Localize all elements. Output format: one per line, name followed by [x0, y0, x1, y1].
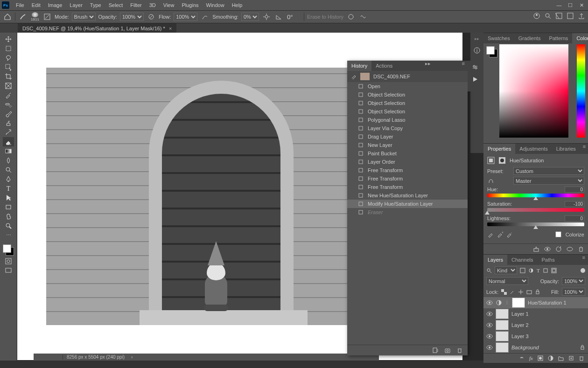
- layer-name[interactable]: Layer 1: [511, 311, 585, 317]
- symmetry-icon[interactable]: [358, 12, 368, 21]
- pen-tool[interactable]: [3, 174, 14, 184]
- foreground-background-colors[interactable]: [2, 243, 15, 257]
- crop-tool[interactable]: [3, 72, 14, 81]
- object-select-tool[interactable]: [3, 62, 14, 72]
- layer-row[interactable]: Background: [483, 342, 588, 353]
- home-icon[interactable]: [3, 12, 12, 21]
- reset-icon[interactable]: [555, 246, 562, 252]
- tab-properties[interactable]: Properties: [483, 144, 515, 154]
- brush-tool[interactable]: [3, 109, 14, 118]
- saturation-slider[interactable]: [487, 208, 584, 212]
- opacity-select[interactable]: 100%: [120, 13, 144, 21]
- history-state[interactable]: Free Transform: [347, 166, 468, 174]
- window-minimize-button[interactable]: —: [554, 2, 564, 8]
- angle-input[interactable]: [286, 13, 301, 21]
- visibility-toggle-icon[interactable]: [486, 344, 493, 351]
- panel-menu-icon[interactable]: ≡: [459, 61, 468, 71]
- menu-layer[interactable]: Layer: [66, 2, 86, 8]
- adjustment-layer-icon[interactable]: [548, 355, 553, 361]
- history-state[interactable]: Free Transform: [347, 174, 468, 183]
- arrange-documents-icon[interactable]: [555, 12, 563, 20]
- lock-position-icon[interactable]: [518, 289, 524, 295]
- filter-kind-select[interactable]: Kind: [495, 266, 517, 274]
- play-icon[interactable]: [471, 76, 479, 83]
- panel-collapse-icon[interactable]: ▸▸: [422, 61, 434, 71]
- layer-style-icon[interactable]: fx: [529, 355, 533, 361]
- history-brush-tool[interactable]: [3, 128, 14, 137]
- group-layers-icon[interactable]: [558, 355, 564, 361]
- menu-select[interactable]: Select: [105, 2, 127, 8]
- lightness-slider[interactable]: [487, 222, 584, 226]
- history-state[interactable]: Drag Layer: [347, 132, 468, 141]
- rectangle-tool[interactable]: [3, 202, 14, 212]
- history-state[interactable]: Open: [347, 82, 468, 90]
- marquee-tool[interactable]: [3, 44, 14, 53]
- lightness-input[interactable]: [565, 215, 584, 222]
- link-layers-icon[interactable]: [519, 355, 525, 361]
- path-select-tool[interactable]: [3, 193, 14, 202]
- close-document-button[interactable]: ×: [169, 26, 172, 31]
- hue-slider[interactable]: [577, 44, 585, 138]
- lock-all-icon[interactable]: [535, 289, 540, 295]
- dodge-tool[interactable]: [3, 165, 14, 174]
- lasso-tool[interactable]: [3, 53, 14, 62]
- filter-shape-icon[interactable]: [543, 268, 548, 273]
- gradient-tool[interactable]: [3, 146, 14, 156]
- filter-pixel-icon[interactable]: [520, 268, 525, 273]
- tab-color[interactable]: Color: [572, 33, 588, 43]
- menu-view[interactable]: View: [160, 2, 178, 8]
- tab-channels[interactable]: Channels: [507, 255, 537, 265]
- tab-patterns[interactable]: Patterns: [545, 33, 572, 43]
- layer-name[interactable]: Layer 2: [511, 322, 585, 328]
- filter-smart-icon[interactable]: [551, 268, 557, 273]
- layer-mask-icon[interactable]: [538, 355, 543, 361]
- angle-icon[interactable]: [274, 12, 283, 21]
- spot-heal-tool[interactable]: [3, 100, 14, 109]
- foreground-color-swatch[interactable]: [3, 244, 11, 253]
- menu-type[interactable]: Type: [86, 2, 105, 8]
- blend-mode-select[interactable]: Normal: [486, 277, 528, 285]
- eraser-tool[interactable]: [3, 137, 14, 146]
- history-state[interactable]: Paint Bucket: [347, 149, 468, 158]
- tab-paths[interactable]: Paths: [538, 255, 559, 265]
- panel-menu-icon[interactable]: ≡: [580, 255, 588, 265]
- visibility-toggle-icon[interactable]: [486, 299, 493, 306]
- channel-select[interactable]: Master: [513, 177, 584, 185]
- preset-select[interactable]: Custom: [513, 167, 584, 175]
- window-maximize-button[interactable]: ☐: [566, 2, 575, 8]
- brush-preset-icon[interactable]: [18, 12, 28, 21]
- adjustment-icon[interactable]: [471, 63, 479, 71]
- history-state[interactable]: Layer Order: [347, 158, 468, 166]
- lock-nesting-icon[interactable]: [526, 289, 532, 295]
- clone-stamp-tool[interactable]: [3, 118, 14, 128]
- hue-input[interactable]: [565, 187, 584, 193]
- quick-mask-button[interactable]: [3, 257, 14, 266]
- tab-adjustments[interactable]: Adjustments: [515, 144, 552, 154]
- menu-image[interactable]: Image: [44, 2, 66, 8]
- filter-type-icon[interactable]: T: [537, 268, 540, 273]
- new-layer-icon[interactable]: [568, 355, 574, 361]
- smoothing-select[interactable]: 0%: [241, 13, 259, 21]
- visibility-toggle-icon[interactable]: [486, 333, 493, 340]
- eyedropper-minus-icon[interactable]: -: [506, 231, 512, 238]
- layer-mask-thumbnail[interactable]: [512, 298, 525, 308]
- menu-edit[interactable]: Edit: [28, 2, 44, 8]
- clip-to-layer-icon[interactable]: [533, 246, 539, 252]
- history-state[interactable]: Free Transform: [347, 183, 468, 191]
- layer-row[interactable]: Layer 3: [483, 331, 588, 342]
- status-chevron-icon[interactable]: ›: [128, 354, 135, 360]
- new-document-from-state-icon[interactable]: [432, 347, 439, 354]
- layer-opacity-select[interactable]: 100%: [562, 277, 585, 285]
- layer-row[interactable]: Layer 2: [483, 319, 588, 331]
- airbrush-icon[interactable]: [200, 12, 210, 21]
- search-layers-icon[interactable]: [486, 268, 492, 273]
- fill-select[interactable]: 100%: [562, 288, 585, 296]
- pressure-size-icon[interactable]: [346, 12, 356, 21]
- smoothing-settings-icon[interactable]: [262, 12, 271, 21]
- filter-toggle-icon[interactable]: [581, 268, 585, 273]
- layer-row[interactable]: ⋮Hue/Saturation 1: [483, 297, 588, 308]
- delete-layer-icon[interactable]: [579, 355, 584, 361]
- eyedropper-plus-icon[interactable]: +: [497, 231, 503, 238]
- screen-mode-button[interactable]: [3, 266, 14, 275]
- toggle-visibility-icon[interactable]: [544, 246, 551, 252]
